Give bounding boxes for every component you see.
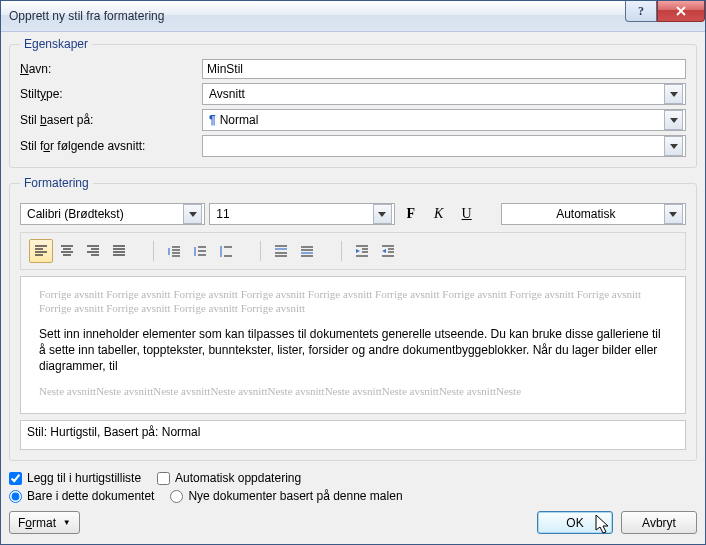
font-name-combo[interactable]: Calibri (Brødtekst) bbox=[20, 203, 205, 225]
basedon-label: Stil basert på: bbox=[20, 113, 202, 127]
svg-marker-42 bbox=[382, 249, 386, 253]
dropdown-icon[interactable] bbox=[664, 110, 683, 130]
following-combo[interactable] bbox=[202, 135, 686, 157]
dropdown-icon[interactable] bbox=[664, 84, 683, 104]
font-size-combo[interactable]: 11 bbox=[209, 203, 394, 225]
thisdoc-radio[interactable]: Bare i dette dokumentet bbox=[9, 489, 154, 503]
font-color-combo[interactable]: Automatisk bbox=[501, 203, 686, 225]
svg-marker-37 bbox=[356, 249, 360, 253]
cancel-button[interactable]: Avbryt bbox=[621, 511, 697, 534]
indent-decrease-button[interactable] bbox=[350, 239, 374, 263]
align-center-button[interactable] bbox=[55, 239, 79, 263]
preview-body-text: Sett inn inneholder elementer som kan ti… bbox=[39, 326, 667, 375]
bold-button[interactable]: F bbox=[399, 202, 423, 226]
dropdown-icon[interactable] bbox=[373, 204, 392, 224]
styletype-combo[interactable]: Avsnitt bbox=[202, 83, 686, 105]
following-label: Stil for følgende avsnitt: bbox=[20, 139, 202, 153]
properties-group: Egenskaper Navn: Stiltype: Avsnitt Stil … bbox=[9, 37, 697, 168]
properties-legend: Egenskaper bbox=[20, 37, 92, 51]
autoupdate-checkbox[interactable]: Automatisk oppdatering bbox=[157, 471, 301, 485]
style-description: Stil: Hurtigstil, Basert på: Normal bbox=[20, 420, 686, 450]
titlebar[interactable]: Opprett ny stil fra formatering ? bbox=[1, 1, 705, 32]
style-preview: Forrige avsnitt Forrige avsnitt Forrige … bbox=[20, 276, 686, 414]
pilcrow-icon: ¶ bbox=[209, 113, 216, 127]
italic-button[interactable]: K bbox=[427, 202, 451, 226]
name-label: Navn: bbox=[20, 62, 202, 76]
close-button[interactable] bbox=[657, 1, 705, 22]
space-before-dec-button[interactable] bbox=[295, 239, 319, 263]
formatting-group: Formatering Calibri (Brødtekst) 11 F K U… bbox=[9, 176, 697, 461]
align-right-button[interactable] bbox=[81, 239, 105, 263]
format-button[interactable]: Format ▼ bbox=[9, 511, 80, 534]
line-spacing-2-button[interactable] bbox=[214, 239, 238, 263]
preview-before-text: Forrige avsnitt Forrige avsnitt Forrige … bbox=[39, 287, 667, 316]
options-area: Legg til i hurtigstilliste Automatisk op… bbox=[9, 471, 697, 503]
formatting-legend: Formatering bbox=[20, 176, 93, 190]
basedon-combo[interactable]: ¶Normal bbox=[202, 109, 686, 131]
quicklist-checkbox[interactable]: Legg til i hurtigstilliste bbox=[9, 471, 141, 485]
template-radio[interactable]: Nye dokumenter basert på denne malen bbox=[170, 489, 402, 503]
space-before-inc-button[interactable] bbox=[269, 239, 293, 263]
dropdown-icon[interactable] bbox=[183, 204, 202, 224]
ok-button[interactable]: OK bbox=[537, 511, 613, 534]
help-button[interactable]: ? bbox=[625, 1, 657, 22]
dropdown-icon[interactable] bbox=[664, 136, 683, 156]
font-toolbar: Calibri (Brødtekst) 11 F K U Automatisk bbox=[20, 202, 686, 226]
window-title: Opprett ny stil fra formatering bbox=[9, 9, 164, 23]
line-spacing-15-button[interactable] bbox=[188, 239, 212, 263]
indent-increase-button[interactable] bbox=[376, 239, 400, 263]
preview-after-text: Neste avsnittNeste avsnittNeste avsnittN… bbox=[39, 384, 667, 398]
dialog-window: Opprett ny stil fra formatering ? Egensk… bbox=[0, 0, 706, 545]
align-left-button[interactable] bbox=[29, 239, 53, 263]
align-justify-button[interactable] bbox=[107, 239, 131, 263]
dialog-footer: Format ▼ OK Avbryt bbox=[9, 511, 697, 534]
line-spacing-1-button[interactable] bbox=[162, 239, 186, 263]
dropdown-icon[interactable] bbox=[664, 204, 683, 224]
paragraph-toolbar bbox=[20, 232, 686, 270]
name-input[interactable] bbox=[202, 59, 686, 79]
underline-button[interactable]: U bbox=[455, 202, 479, 226]
styletype-label: Stiltype: bbox=[20, 87, 202, 101]
